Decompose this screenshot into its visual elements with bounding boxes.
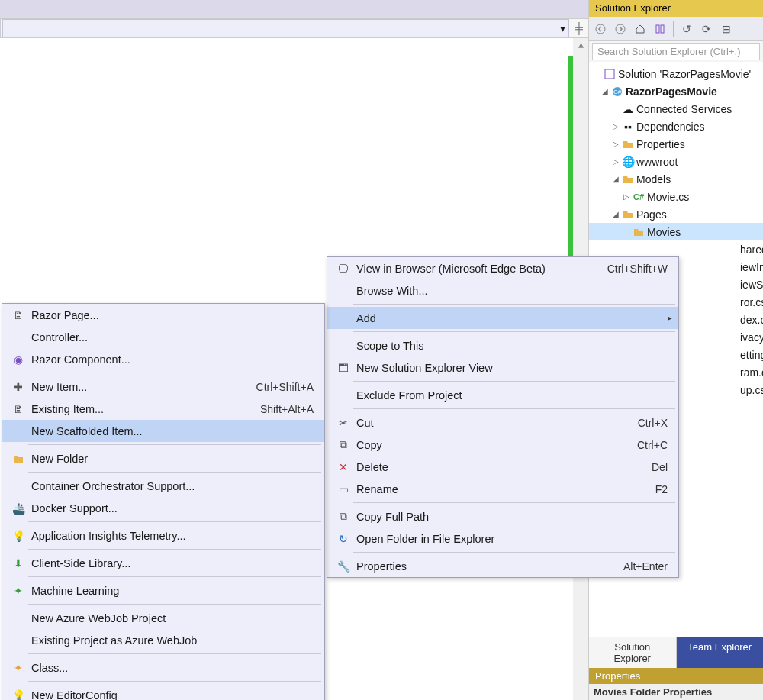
collapse-icon[interactable]: ⊟ bbox=[718, 21, 735, 37]
solution-icon bbox=[603, 69, 617, 79]
docker-icon: 🚢 bbox=[8, 502, 28, 515]
submenu-arrow-icon: ▸ bbox=[668, 313, 672, 323]
menu-separator bbox=[353, 304, 675, 305]
collapse-icon[interactable]: ◢ bbox=[600, 87, 610, 95]
menu-class[interactable]: ✦Class... bbox=[2, 656, 324, 679]
properties-title: Properties bbox=[589, 668, 763, 684]
tab-solution-explorer[interactable]: Solution Explorer bbox=[589, 637, 677, 668]
menu-add[interactable]: Add▸ bbox=[327, 307, 678, 329]
menu-separator bbox=[28, 521, 321, 522]
menu-existing-item[interactable]: 🗎Existing Item...Shift+Alt+A bbox=[2, 398, 324, 420]
scroll-up-icon[interactable]: ▴ bbox=[573, 38, 588, 52]
context-menu: 🖵View in Browser (Microsoft Edge Beta)Ct… bbox=[327, 256, 679, 578]
history-icon[interactable]: ↺ bbox=[678, 21, 695, 37]
menu-new-folder[interactable]: New Folder bbox=[2, 447, 324, 469]
menu-new-view[interactable]: 🗔New Solution Explorer View bbox=[327, 356, 678, 379]
tree-item[interactable]: ☁Connected Services bbox=[589, 100, 763, 118]
menu-separator bbox=[353, 381, 675, 382]
chevron-down-icon: ▾ bbox=[560, 22, 565, 34]
component-icon: ◉ bbox=[8, 353, 28, 366]
back-icon[interactable] bbox=[592, 21, 609, 37]
solution-node[interactable]: Solution 'RazorPagesMovie' bbox=[589, 65, 763, 82]
menu-exclude[interactable]: Exclude From Project bbox=[327, 384, 678, 406]
tree-item[interactable]: ◢Pages bbox=[589, 205, 763, 223]
expand-icon[interactable]: ▷ bbox=[610, 157, 621, 166]
menu-razor-component[interactable]: ◉Razor Component... bbox=[2, 348, 324, 370]
tree-item[interactable]: ▷🌐wwwroot bbox=[589, 153, 763, 170]
menu-separator bbox=[353, 331, 675, 332]
svg-point-0 bbox=[596, 24, 605, 34]
tree-item[interactable]: hared bbox=[589, 240, 763, 258]
split-icon[interactable]: ╪ bbox=[571, 22, 588, 34]
view-icon: 🗔 bbox=[333, 362, 353, 374]
svg-rect-2 bbox=[656, 25, 659, 33]
panel-tabs: Solution Explorer Team Explorer bbox=[589, 637, 763, 668]
menu-separator bbox=[28, 576, 321, 577]
add-submenu: 🗎Razor Page... Controller... ◉Razor Comp… bbox=[2, 303, 325, 700]
menu-scope[interactable]: Scope to This bbox=[327, 334, 678, 356]
tree-item[interactable]: ◢Models bbox=[589, 170, 763, 188]
tree-item-selected[interactable]: Movies bbox=[589, 223, 763, 240]
menu-copy-path[interactable]: ⧉Copy Full Path bbox=[327, 505, 678, 527]
breadcrumb-combo[interactable]: ▾ bbox=[2, 19, 569, 37]
menu-separator bbox=[28, 653, 321, 654]
menu-editorconfig[interactable]: 💡New EditorConfig bbox=[2, 684, 324, 700]
library-icon: ⬇ bbox=[8, 557, 28, 569]
insights-icon: 💡 bbox=[8, 530, 28, 542]
expand-icon[interactable]: ▷ bbox=[610, 122, 621, 131]
folder-icon bbox=[621, 140, 635, 149]
breadcrumb-bar: ▾ ╪ bbox=[0, 18, 588, 38]
sync-icon[interactable] bbox=[652, 21, 668, 37]
menu-machine-learning[interactable]: ✦Machine Learning bbox=[2, 579, 324, 602]
menu-existing-webjob[interactable]: Existing Project as Azure WebJob bbox=[2, 629, 324, 651]
menu-open-folder[interactable]: ↻Open Folder in File Explorer bbox=[327, 527, 678, 550]
properties-panel: Properties Movies Folder Properties bbox=[589, 668, 763, 700]
tree-item[interactable]: ▷Properties bbox=[589, 135, 763, 153]
menu-controller[interactable]: Controller... bbox=[2, 326, 324, 348]
folder-icon bbox=[621, 175, 635, 184]
open-folder-icon: ↻ bbox=[333, 533, 353, 545]
collapse-icon[interactable]: ◢ bbox=[610, 210, 621, 218]
menu-scaffolded-item[interactable]: New Scaffolded Item... bbox=[2, 420, 324, 442]
menu-copy[interactable]: ⧉CopyCtrl+C bbox=[327, 434, 678, 456]
properties-subject: Movies Folder Properties bbox=[589, 684, 763, 700]
cut-icon: ✂ bbox=[333, 417, 353, 429]
collapse-icon[interactable]: ◢ bbox=[610, 175, 621, 183]
expand-icon[interactable]: ▷ bbox=[610, 140, 621, 148]
menu-separator bbox=[28, 444, 321, 445]
menu-delete[interactable]: ✕DeleteDel bbox=[327, 456, 678, 478]
refresh-icon[interactable]: ⟳ bbox=[698, 21, 715, 37]
menu-docker[interactable]: 🚢Docker Support... bbox=[2, 497, 324, 519]
menu-client-lib[interactable]: ⬇Client-Side Library... bbox=[2, 552, 324, 574]
panel-toolbar: ↺ ⟳ ⊟ bbox=[589, 17, 763, 41]
svg-rect-4 bbox=[605, 69, 614, 79]
home-icon[interactable] bbox=[632, 21, 649, 37]
menu-azure-webjob[interactable]: New Azure WebJob Project bbox=[2, 607, 324, 629]
menu-app-insights[interactable]: 💡Application Insights Telemetry... bbox=[2, 524, 324, 547]
menu-razor-page[interactable]: 🗎Razor Page... bbox=[2, 304, 324, 326]
copy-icon: ⧉ bbox=[333, 510, 353, 523]
tree-item[interactable]: ▷C#Movie.cs bbox=[589, 188, 763, 205]
menu-view-in-browser[interactable]: 🖵View in Browser (Microsoft Edge Beta)Ct… bbox=[327, 257, 678, 279]
forward-icon[interactable] bbox=[612, 21, 629, 37]
project-node[interactable]: ◢C#RazorPagesMovie bbox=[589, 82, 763, 100]
menu-separator bbox=[353, 502, 675, 503]
tree-item[interactable]: ▷▪▪Dependencies bbox=[589, 118, 763, 135]
menu-separator bbox=[28, 373, 321, 373]
menu-properties[interactable]: 🔧PropertiesAlt+Enter bbox=[327, 555, 678, 577]
menu-rename[interactable]: ▭RenameF2 bbox=[327, 478, 678, 500]
menu-separator bbox=[28, 472, 321, 473]
menu-browse-with[interactable]: Browse With... bbox=[327, 279, 678, 302]
menu-cut[interactable]: ✂CutCtrl+X bbox=[327, 411, 678, 434]
csharp-file-icon: C# bbox=[632, 192, 645, 202]
wrench-icon: 🔧 bbox=[333, 560, 353, 573]
expand-icon[interactable]: ▷ bbox=[621, 192, 632, 201]
search-input[interactable]: Search Solution Explorer (Ctrl+;) bbox=[592, 43, 760, 60]
menu-container-orch[interactable]: Container Orchestrator Support... bbox=[2, 475, 324, 497]
change-indicator bbox=[568, 56, 573, 270]
folder-icon bbox=[621, 210, 635, 219]
folder-icon bbox=[8, 454, 28, 463]
tab-team-explorer[interactable]: Team Explorer bbox=[677, 637, 764, 668]
dependencies-icon: ▪▪ bbox=[621, 121, 635, 133]
menu-new-item[interactable]: ✚New Item...Ctrl+Shift+A bbox=[2, 376, 324, 398]
